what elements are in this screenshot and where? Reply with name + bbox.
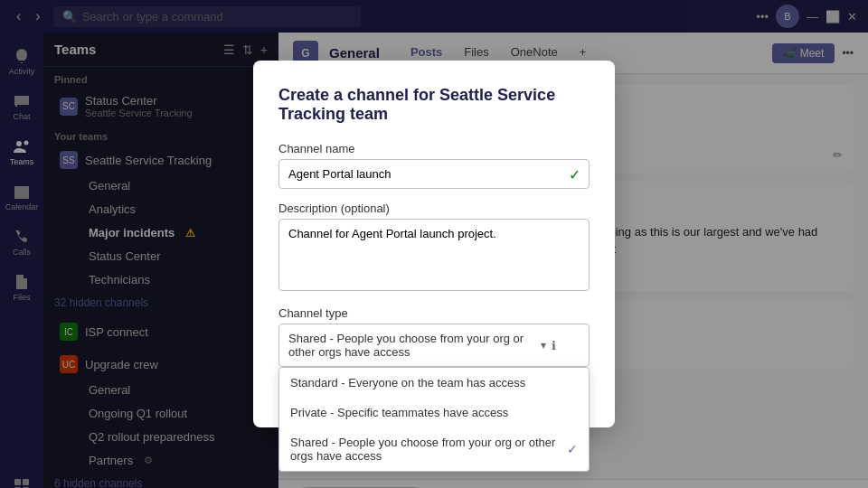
chevron-down-icon: ▾ [541, 339, 546, 352]
dropdown-option-standard[interactable]: Standard - Everyone on the team has acce… [279, 368, 589, 398]
dropdown-option-shared[interactable]: Shared - People you choose from your org… [279, 427, 589, 471]
channel-name-field-wrapper: ✓ [278, 159, 590, 189]
dropdown-standard-label: Standard - Everyone on the team has acce… [290, 376, 525, 389]
dialog-title: Create a channel for Seattle Service Tra… [278, 86, 590, 124]
dropdown-shared-label: Shared - People you choose from your org… [290, 436, 567, 463]
dropdown-shared-check-icon: ✓ [567, 442, 578, 456]
dropdown-option-private[interactable]: Private - Specific teammates have access [279, 398, 589, 427]
channel-type-select-wrapper: Shared - People you choose from your org… [278, 324, 590, 367]
description-label: Description (optional) [278, 202, 590, 215]
channel-type-select[interactable]: Shared - People you choose from your org… [278, 324, 590, 367]
channel-name-label: Channel name [278, 142, 590, 155]
create-channel-dialog: Create a channel for Seattle Service Tra… [253, 61, 615, 427]
channel-type-selected-text: Shared - People you choose from your org… [288, 332, 541, 359]
channel-type-label: Channel type [278, 306, 590, 320]
channel-name-input[interactable] [278, 159, 590, 189]
channel-type-dropdown: Standard - Everyone on the team has acce… [278, 367, 590, 472]
channel-name-check-icon: ✓ [569, 165, 580, 183]
channel-type-info-icon: ℹ [552, 339, 556, 352]
dropdown-private-label: Private - Specific teammates have access [290, 406, 508, 419]
description-textarea[interactable]: Channel for Agent Portal launch project. [278, 219, 590, 291]
dialog-overlay: Create a channel for Seattle Service Tra… [0, 0, 868, 488]
